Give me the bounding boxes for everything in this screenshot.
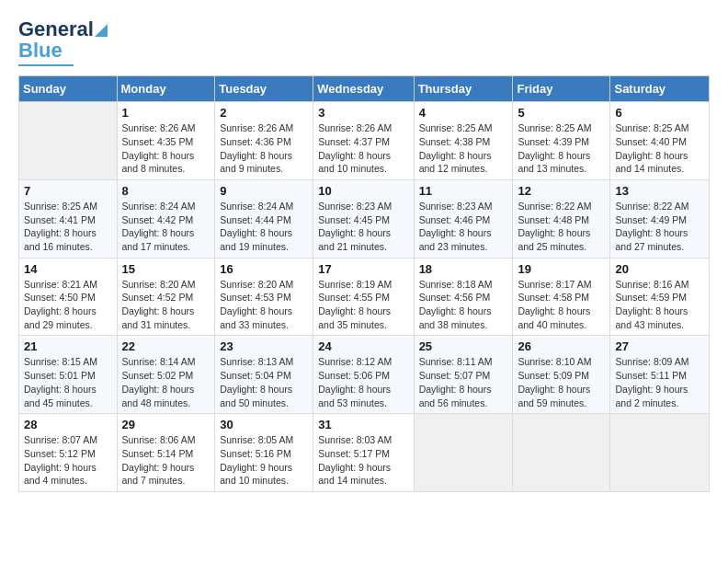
day-number: 1 [122, 106, 210, 120]
day-cell [414, 414, 513, 492]
weekday-monday: Monday [117, 76, 215, 102]
day-info: Sunrise: 8:20 AMSunset: 4:53 PMDaylight:… [220, 278, 308, 332]
weekday-saturday: Saturday [610, 76, 710, 102]
day-cell: 17Sunrise: 8:19 AMSunset: 4:55 PMDayligh… [313, 258, 414, 336]
day-number: 11 [419, 184, 508, 198]
day-cell [19, 102, 118, 180]
day-number: 16 [220, 262, 308, 276]
day-info: Sunrise: 8:18 AMSunset: 4:56 PMDaylight:… [419, 278, 508, 332]
day-cell: 25Sunrise: 8:11 AMSunset: 5:07 PMDayligh… [414, 336, 513, 414]
weekday-wednesday: Wednesday [313, 76, 414, 102]
day-cell: 14Sunrise: 8:21 AMSunset: 4:50 PMDayligh… [19, 258, 118, 336]
day-cell: 9Sunrise: 8:24 AMSunset: 4:44 PMDaylight… [215, 179, 313, 258]
day-number: 14 [24, 262, 112, 276]
day-cell [610, 414, 710, 492]
logo-line [18, 64, 74, 66]
week-row-2: 7Sunrise: 8:25 AMSunset: 4:41 PMDaylight… [19, 179, 710, 258]
day-number: 29 [122, 418, 210, 431]
day-number: 24 [318, 339, 408, 353]
week-row-3: 14Sunrise: 8:21 AMSunset: 4:50 PMDayligh… [19, 258, 710, 336]
day-number: 3 [318, 106, 408, 120]
logo-text: General [18, 18, 108, 40]
weekday-friday: Friday [513, 76, 610, 102]
day-info: Sunrise: 8:14 AMSunset: 5:02 PMDaylight:… [122, 355, 210, 409]
day-info: Sunrise: 8:26 AMSunset: 4:37 PMDaylight:… [318, 121, 408, 176]
day-number: 23 [220, 339, 308, 353]
day-number: 6 [615, 106, 704, 120]
day-info: Sunrise: 8:21 AMSunset: 4:50 PMDaylight:… [24, 278, 112, 332]
day-info: Sunrise: 8:24 AMSunset: 4:42 PMDaylight:… [122, 200, 210, 254]
day-info: Sunrise: 8:26 AMSunset: 4:36 PMDaylight:… [220, 121, 308, 176]
day-info: Sunrise: 8:23 AMSunset: 4:45 PMDaylight:… [318, 200, 408, 254]
day-info: Sunrise: 8:20 AMSunset: 4:52 PMDaylight:… [122, 278, 210, 332]
day-cell: 19Sunrise: 8:17 AMSunset: 4:58 PMDayligh… [513, 258, 610, 336]
day-info: Sunrise: 8:22 AMSunset: 4:48 PMDaylight:… [518, 200, 605, 254]
day-number: 15 [122, 262, 210, 276]
day-cell: 13Sunrise: 8:22 AMSunset: 4:49 PMDayligh… [610, 179, 710, 258]
day-cell: 7Sunrise: 8:25 AMSunset: 4:41 PMDaylight… [19, 179, 118, 258]
day-cell: 27Sunrise: 8:09 AMSunset: 5:11 PMDayligh… [610, 336, 710, 414]
day-cell: 29Sunrise: 8:06 AMSunset: 5:14 PMDayligh… [117, 414, 215, 492]
day-number: 22 [122, 339, 210, 353]
day-cell: 15Sunrise: 8:20 AMSunset: 4:52 PMDayligh… [117, 258, 215, 336]
day-cell: 11Sunrise: 8:23 AMSunset: 4:46 PMDayligh… [414, 179, 513, 258]
day-cell: 21Sunrise: 8:15 AMSunset: 5:01 PMDayligh… [19, 336, 118, 414]
day-number: 21 [24, 339, 112, 353]
day-info: Sunrise: 8:09 AMSunset: 5:11 PMDaylight:… [615, 355, 704, 409]
day-number: 13 [615, 184, 704, 198]
day-info: Sunrise: 8:25 AMSunset: 4:41 PMDaylight:… [24, 200, 112, 254]
day-cell: 30Sunrise: 8:05 AMSunset: 5:16 PMDayligh… [215, 414, 313, 492]
day-cell: 10Sunrise: 8:23 AMSunset: 4:45 PMDayligh… [313, 179, 414, 258]
day-number: 31 [318, 418, 408, 431]
day-info: Sunrise: 8:05 AMSunset: 5:16 PMDaylight:… [220, 433, 308, 488]
day-cell: 2Sunrise: 8:26 AMSunset: 4:36 PMDaylight… [215, 102, 313, 180]
week-row-1: 1Sunrise: 8:26 AMSunset: 4:35 PMDaylight… [19, 102, 710, 180]
logo: General Blue [18, 18, 108, 66]
day-number: 28 [24, 418, 112, 431]
day-info: Sunrise: 8:10 AMSunset: 5:09 PMDaylight:… [518, 355, 605, 409]
day-number: 9 [220, 184, 308, 198]
day-info: Sunrise: 8:15 AMSunset: 5:01 PMDaylight:… [24, 355, 112, 409]
day-info: Sunrise: 8:26 AMSunset: 4:35 PMDaylight:… [122, 121, 210, 176]
day-info: Sunrise: 8:22 AMSunset: 4:49 PMDaylight:… [615, 200, 704, 254]
day-info: Sunrise: 8:25 AMSunset: 4:39 PMDaylight:… [518, 121, 605, 176]
logo-blue: Blue [18, 39, 63, 63]
day-info: Sunrise: 8:23 AMSunset: 4:46 PMDaylight:… [419, 200, 508, 254]
day-info: Sunrise: 8:13 AMSunset: 5:04 PMDaylight:… [220, 355, 308, 409]
day-number: 5 [518, 106, 605, 120]
day-number: 2 [220, 106, 308, 120]
day-cell: 5Sunrise: 8:25 AMSunset: 4:39 PMDaylight… [513, 102, 610, 180]
day-cell: 12Sunrise: 8:22 AMSunset: 4:48 PMDayligh… [513, 179, 610, 258]
day-cell: 16Sunrise: 8:20 AMSunset: 4:53 PMDayligh… [215, 258, 313, 336]
day-number: 25 [419, 339, 508, 353]
day-cell: 6Sunrise: 8:25 AMSunset: 4:40 PMDaylight… [610, 102, 710, 180]
weekday-tuesday: Tuesday [215, 76, 313, 102]
day-cell: 20Sunrise: 8:16 AMSunset: 4:59 PMDayligh… [610, 258, 710, 336]
day-number: 8 [122, 184, 210, 198]
day-info: Sunrise: 8:06 AMSunset: 5:14 PMDaylight:… [122, 433, 210, 488]
day-cell [513, 414, 610, 492]
week-row-5: 28Sunrise: 8:07 AMSunset: 5:12 PMDayligh… [19, 414, 710, 492]
day-cell: 18Sunrise: 8:18 AMSunset: 4:56 PMDayligh… [414, 258, 513, 336]
day-cell: 28Sunrise: 8:07 AMSunset: 5:12 PMDayligh… [19, 414, 118, 492]
day-cell: 3Sunrise: 8:26 AMSunset: 4:37 PMDaylight… [313, 102, 414, 180]
day-cell: 24Sunrise: 8:12 AMSunset: 5:06 PMDayligh… [313, 336, 414, 414]
day-number: 20 [615, 262, 704, 276]
day-info: Sunrise: 8:19 AMSunset: 4:55 PMDaylight:… [318, 278, 408, 332]
page-header: General Blue [18, 18, 710, 66]
day-info: Sunrise: 8:11 AMSunset: 5:07 PMDaylight:… [419, 355, 508, 409]
week-row-4: 21Sunrise: 8:15 AMSunset: 5:01 PMDayligh… [19, 336, 710, 414]
day-cell: 8Sunrise: 8:24 AMSunset: 4:42 PMDaylight… [117, 179, 215, 258]
day-info: Sunrise: 8:25 AMSunset: 4:38 PMDaylight:… [419, 121, 508, 176]
day-number: 12 [518, 184, 605, 198]
day-info: Sunrise: 8:12 AMSunset: 5:06 PMDaylight:… [318, 355, 408, 409]
day-number: 4 [419, 106, 508, 120]
day-info: Sunrise: 8:03 AMSunset: 5:17 PMDaylight:… [318, 433, 408, 488]
day-cell: 22Sunrise: 8:14 AMSunset: 5:02 PMDayligh… [117, 336, 215, 414]
day-cell: 26Sunrise: 8:10 AMSunset: 5:09 PMDayligh… [513, 336, 610, 414]
weekday-thursday: Thursday [414, 76, 513, 102]
day-number: 17 [318, 262, 408, 276]
day-number: 7 [24, 184, 112, 198]
day-info: Sunrise: 8:16 AMSunset: 4:59 PMDaylight:… [615, 278, 704, 332]
day-cell: 23Sunrise: 8:13 AMSunset: 5:04 PMDayligh… [215, 336, 313, 414]
